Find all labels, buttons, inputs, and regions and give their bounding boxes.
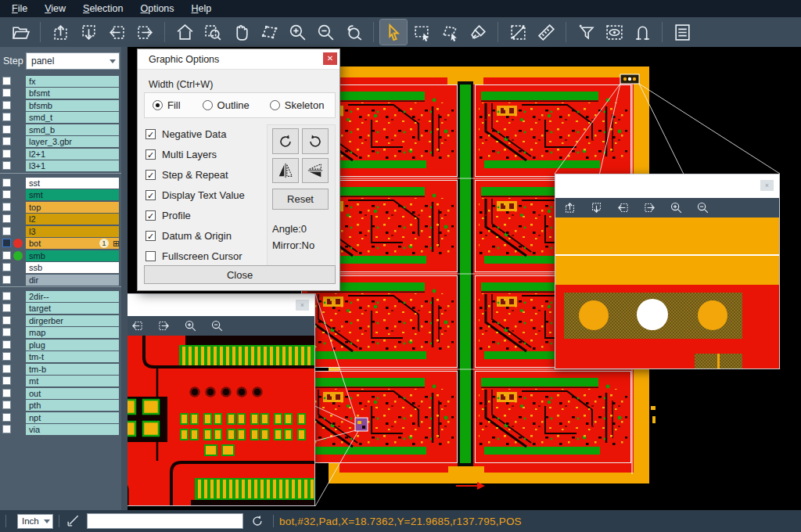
pan-down-button[interactable] [588,201,604,215]
layer-row-npt[interactable]: npt [0,412,128,423]
layer-row-dirgerber[interactable]: dirgerber [0,315,128,326]
layer-name-chip[interactable]: smd_b [26,124,119,135]
layer-checkbox[interactable] [2,316,11,325]
layer-name-chip[interactable]: 2dir-- [26,291,119,302]
layer-checkbox[interactable] [2,88,11,97]
pan-right-button[interactable] [131,20,158,45]
layer-name-chip[interactable]: out [26,388,119,399]
layer-checkbox[interactable] [2,365,11,373]
measure-corner-icon[interactable] [65,513,81,529]
layer-name-chip[interactable]: dirgerber [26,315,119,326]
mirror-horizontal-button[interactable] [272,158,299,183]
layer-checkbox[interactable] [2,161,11,170]
layer-checkbox[interactable] [2,401,11,409]
layer-name-chip[interactable]: l3+1 [26,160,119,171]
layer-row-out[interactable]: out [0,387,128,399]
pan-down-button[interactable] [75,20,102,45]
magnifier-window-right[interactable]: × [555,174,780,369]
layer-checkbox[interactable] [2,275,11,284]
net-trace-button[interactable] [629,20,656,45]
layer-checkbox[interactable] [2,352,11,361]
layer-row-top[interactable]: top [0,201,128,213]
checkbox-negative-data[interactable]: ✓Negative Data [145,128,226,140]
magnifier-right-view[interactable] [555,217,779,368]
layer-checkbox[interactable] [2,227,11,235]
layer-name-chip[interactable]: bfsmb [26,100,119,111]
layer-checkbox[interactable] [2,113,11,121]
layer-name-chip[interactable]: map [26,327,119,338]
magnifier-right-titlebar[interactable]: × [555,174,779,198]
layer-checkbox[interactable] [2,340,11,349]
layer-name-chip[interactable]: tm-t [26,351,119,362]
layer-row-l3+1[interactable]: l3+1 [0,160,128,172]
layer-checkbox[interactable] [2,77,11,85]
rotate-ccw-button[interactable] [302,128,329,154]
checkbox-step-repeat[interactable]: ✓Step & Repeat [145,169,228,181]
zoom-out-button[interactable] [312,20,339,45]
menu-selection[interactable]: Selection [76,2,130,16]
layer-checkbox[interactable] [2,137,11,146]
layer-row-l3[interactable]: l3 [0,225,128,237]
layer-row-bfsmb[interactable]: bfsmb [0,99,128,111]
ruler-button[interactable] [533,20,559,45]
layer-checkbox[interactable] [2,239,11,247]
layer-name-chip[interactable]: mt [26,376,119,386]
pan-up-button[interactable] [47,20,74,45]
layer-name-chip[interactable]: top [26,202,119,213]
pan-left-button[interactable] [103,20,130,45]
filter-button[interactable] [573,20,599,45]
layer-row-target[interactable]: target [0,303,128,315]
pan-right-button[interactable] [156,319,171,333]
show-box-button[interactable] [601,20,627,45]
radio-fill[interactable]: Fill [153,99,181,111]
mirror-vertical-button[interactable] [302,158,329,183]
layer-checkbox[interactable] [2,214,11,223]
pan-left-button[interactable] [615,201,630,215]
select-polygon-button[interactable] [436,20,463,45]
layer-checkbox[interactable] [2,328,11,336]
layer-name-chip[interactable]: smb [26,250,119,261]
clear-brush-button[interactable] [465,20,491,45]
checkbox-fullscreen-cursor[interactable]: Fullscreen Cursor [145,250,242,262]
layer-row-ssb[interactable]: ssb [0,262,128,274]
select-arrow-button[interactable] [380,20,407,45]
layer-checkbox[interactable] [2,263,11,271]
layer-checkbox[interactable] [2,376,11,385]
close-icon[interactable]: × [760,180,774,191]
layer-checkbox[interactable] [2,389,11,397]
unit-select[interactable]: Inch [17,514,53,529]
layer-checkbox[interactable] [2,413,11,422]
menu-file[interactable]: File [5,2,34,16]
report-button[interactable] [669,20,695,45]
layer-row-plug[interactable]: plug [0,339,128,350]
layer-row-l2+1[interactable]: l2+1 [0,148,128,160]
zoom-in-button[interactable] [284,20,311,45]
layer-row-smd_t[interactable]: smd_t [0,112,128,124]
layer-checkbox[interactable] [2,101,11,110]
pan-hand-button[interactable] [228,20,254,45]
layer-row-bot[interactable]: bot1⊞ [0,238,128,250]
radio-outline[interactable]: Outline [203,99,250,111]
layer-row-tm-b[interactable]: tm-b [0,363,128,375]
zoom-previous-button[interactable] [340,20,367,45]
refresh-icon[interactable] [250,513,265,529]
layer-row-2dir--[interactable]: 2dir-- [0,290,128,302]
layer-row-l2[interactable]: l2 [0,214,128,225]
command-input[interactable] [87,513,243,529]
layer-checkbox[interactable] [2,292,11,300]
radio-skeleton[interactable]: Skeleton [270,99,325,111]
layer-name-chip[interactable]: layer_3.gbr [26,136,119,147]
layer-row-layer_3.gbr[interactable]: layer_3.gbr [0,136,128,148]
layer-checkbox[interactable] [2,190,11,199]
layer-checkbox[interactable] [2,251,11,260]
zoom-polygon-button[interactable] [256,20,282,45]
zoom-out-button[interactable] [209,319,224,333]
layer-name-chip[interactable]: via [26,424,119,435]
layer-row-fx[interactable]: fx [0,75,128,87]
layer-name-chip[interactable]: bfsmt [26,88,119,99]
measure-diagonal-button[interactable] [505,20,531,45]
layer-name-chip[interactable]: tm-b [26,364,119,375]
layer-row-tm-t[interactable]: tm-t [0,351,128,363]
pan-up-button[interactable] [562,201,577,215]
layer-row-smd_b[interactable]: smd_b [0,124,128,135]
